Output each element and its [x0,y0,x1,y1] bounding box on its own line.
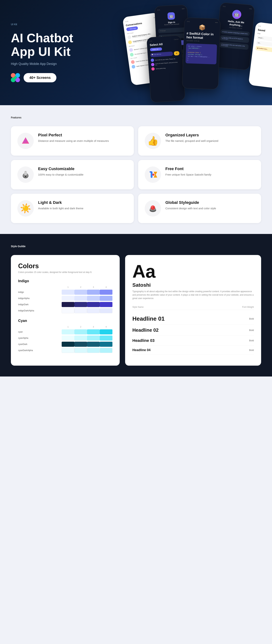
headline04-label: Headline 04 [132,348,150,352]
hero-subtitle: High Quality Mobile App Design [11,62,102,66]
pixel-perfect-title: Pixel Perfect [38,133,109,138]
cyan-row: cyan [18,329,112,334]
phone-swiftui: 9:41●●● 📦 # SwiftUI Color inhex format L… [182,18,220,90]
indigo-dark-swatches [62,302,112,307]
styleguide-section: Style Guilde Colors Colors provides 15 c… [0,234,272,376]
feature-card-organized: 👍 Organized Layers The file named, group… [138,126,261,156]
type-table-header: Style Name Font Weight [132,306,254,310]
colors-subtitle: Colors provides 15 color scales, designe… [18,271,112,274]
customizable-text: Easy Customizable 100% easy to change & … [38,166,84,177]
indigo-group-title: Indigo [18,279,112,283]
cyan-alpha-row: cyanAlpha [18,336,112,340]
hero-content: UI Kit AI Chatbot App UI Kit High Qualit… [11,23,102,82]
cyan-dark-alpha-row: cyanDarkAlpha [18,348,112,353]
phone-select: 9:41Cancel Select All Select all ✓ 💬 Cha… [146,35,186,103]
svg-point-12 [25,176,26,177]
indigo-row: indigo [18,290,112,295]
indigo-scale-headers: 1 2 3 4 [18,286,112,288]
indigo-alpha-row: indigoAlpha [18,296,112,301]
svg-point-4 [14,76,17,79]
cyan-group-title: Cyan [18,319,112,323]
pixel-perfect-icon [18,133,34,149]
organized-title: Organized Layers [166,133,218,138]
type-description: Typography is all about adjusting the te… [132,290,254,300]
phone-hello: 9:41●●● 🤖 Hello, Ask MeAnything... Last … [215,2,255,70]
svg-rect-11 [25,171,26,172]
customizable-desc: 100% easy to change & customizable [38,173,84,177]
features-section: Features Pixel Perfect Distance and meas… [0,105,272,234]
svg-point-21 [151,206,155,209]
colors-title: Colors [18,262,112,270]
indigo-dark-row: indigoDark [18,302,112,307]
font-weight-header: Font Weight [242,306,254,308]
svg-point-22 [152,206,153,207]
indigo-color-group: Indigo 1 2 3 4 indigo [18,279,112,313]
cyan-dark-swatches [62,342,112,347]
light-dark-title: Light & Dark [38,200,84,205]
global-styleguide-desc: Consistent design with text and color st… [166,206,216,210]
cyan-alpha-swatches [62,336,112,340]
light-dark-text: Light & Dark Available in both light and… [38,200,84,210]
headline04-weight: Bold [249,349,254,352]
screens-badge: 40+ Screens [24,73,56,82]
headline01-label: Headline 01 [132,316,165,322]
svg-point-23 [153,207,154,208]
cyan-swatches [62,329,112,334]
cyan-dark-alpha-swatches [62,348,112,353]
headline03-label: Headline 03 [132,338,154,343]
features-label: Features [11,116,261,119]
free-font-desc: Free unique font Space Satoshi family [166,173,211,177]
styleguide-label: Style Guilde [11,245,261,248]
hero-title: AI Chatbot App UI Kit [11,31,102,58]
colors-panel: Colors Colors provides 15 color scales, … [11,255,120,366]
free-font-icon [145,166,161,183]
headline03-weight: Bold [249,339,254,342]
headline04-row: Headline 04 Bold [132,346,254,355]
svg-rect-14 [150,172,152,172]
styleguide-content: Colors Colors provides 15 color scales, … [11,255,261,366]
feature-card-free-font: Free Font Free unique font Space Satoshi… [138,160,261,189]
headline02-row: Headline 02 Bold [132,325,254,336]
figma-icon [11,73,20,82]
type-aa-display: Aa [132,262,254,280]
organized-desc: The file named, grouped and well organiz… [166,139,218,143]
indigo-dark-alpha-swatches [62,308,112,313]
hero-bottom: 40+ Screens [11,73,102,82]
type-family-name: Satoshi [132,282,254,288]
headline02-label: Headline 02 [132,327,159,333]
hero-kit-label: UI Kit [11,23,102,26]
feature-card-customizable: Easy Customizable 100% easy to change & … [11,160,134,189]
free-font-text: Free Font Free unique font Space Satoshi… [166,166,211,177]
typography-panel: Aa Satoshi Typography is all about adjus… [125,255,261,366]
cyan-color-group: Cyan 1 2 3 4 cyan cya [18,319,112,353]
light-dark-icon: ☀️ [18,200,34,216]
light-dark-desc: Available in both light and dark theme [38,206,84,210]
phone-grid: 9:41●●● Conversations + New chat PIN CHA… [112,0,272,105]
global-styleguide-title: Global Styleguide [166,200,216,205]
organized-icon: 👍 [145,133,161,149]
global-styleguide-text: Global Styleguide Consistent design with… [166,200,216,210]
free-font-title: Free Font [166,166,211,171]
pixel-perfect-desc: Distance and measure using an even multi… [38,139,109,143]
organized-text: Organized Layers The file named, grouped… [166,133,218,143]
hero-phones: 9:41●●● Conversations + New chat PIN CHA… [112,0,272,105]
pixel-perfect-text: Pixel Perfect Distance and measure using… [38,133,109,143]
indigo-swatches [62,290,112,295]
hero-section: UI Kit AI Chatbot App UI Kit High Qualit… [0,0,272,105]
customizable-title: Easy Customizable [38,166,84,171]
indigo-dark-alpha-row: indigoDarkAlpha [18,308,112,313]
feature-card-styleguide: Global Styleguide Consistent design with… [138,194,261,223]
headline01-row: Headline 01 Bold [132,313,254,325]
customizable-icon [18,166,34,183]
cyan-scale-headers: 1 2 3 4 [18,326,112,328]
headline03-row: Headline 03 Bold [132,336,254,346]
styleguide-icon [145,200,161,216]
svg-marker-6 [23,138,28,143]
headline02-weight: Bold [249,329,254,332]
style-name-header: Style Name [132,306,144,308]
cyan-dark-row: cyanDark [18,342,112,347]
features-grid: Pixel Perfect Distance and measure using… [11,126,261,223]
indigo-alpha-swatches [62,296,112,301]
svg-point-16 [152,174,154,176]
headline01-weight: Bold [249,318,254,320]
